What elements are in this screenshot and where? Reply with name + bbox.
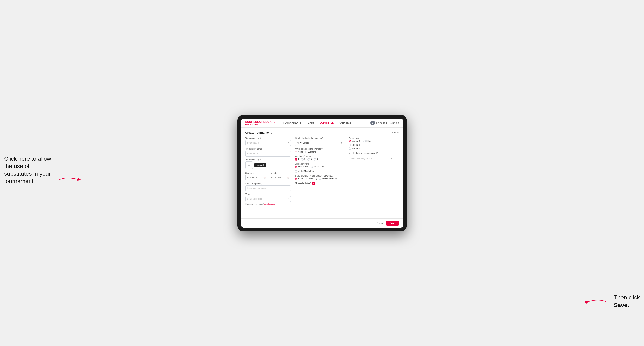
upload-button[interactable]: Upload bbox=[254, 163, 266, 167]
teams-radio[interactable] bbox=[295, 177, 297, 180]
division-select[interactable]: NCAA Division I bbox=[295, 140, 344, 146]
search-icon: ▼ bbox=[288, 142, 289, 144]
stroke-play[interactable]: Stroke Play bbox=[295, 166, 308, 168]
annotation-left: Click here to allow the use of substitut… bbox=[4, 155, 54, 185]
individuals-radio[interactable] bbox=[319, 177, 321, 180]
gender-radio-group: Mens Womens bbox=[295, 151, 344, 153]
rounds-4-radio[interactable] bbox=[314, 158, 316, 161]
medal-match-play[interactable]: Medal Match Play bbox=[295, 170, 314, 173]
sponsor-label: Sponsor (optional) bbox=[245, 182, 291, 185]
tournament-name-field: Tournament name bbox=[245, 148, 291, 157]
start-date-wrap: 📅 bbox=[245, 175, 267, 180]
dates-field: Start date 📅 End date 📅 bbox=[245, 171, 291, 180]
format-6count5[interactable]: 6 count 5 bbox=[348, 148, 394, 150]
email-support-link[interactable]: email support bbox=[264, 203, 276, 205]
format-6count4-radio[interactable] bbox=[348, 144, 351, 146]
nav-right: B blair admin | Sign out bbox=[370, 121, 399, 125]
nav-committee[interactable]: COMMITTEE bbox=[317, 119, 336, 128]
format-type-field: Format type 5 count 4 Other bbox=[348, 137, 394, 150]
format-5count4-radio[interactable] bbox=[348, 140, 351, 143]
scoring-radio-group: Stroke Play Match Play Medal Match Play bbox=[295, 166, 344, 173]
rounds-3[interactable]: 3 bbox=[308, 158, 312, 161]
division-field: Which division is the event for? NCAA Di… bbox=[295, 137, 344, 146]
gender-mens-radio[interactable] bbox=[295, 151, 297, 153]
tournament-host-field: Tournament Host ▼ bbox=[245, 137, 291, 146]
scoring-system-field: Scoring system Stroke Play Match Play bbox=[295, 163, 344, 173]
calendar-icon-end: 📅 bbox=[287, 176, 290, 178]
logo-powered: Powered by clippd bbox=[245, 123, 276, 125]
back-link[interactable]: < Back bbox=[392, 131, 399, 134]
format-type-label: Format type bbox=[348, 137, 394, 139]
scoring-api-select[interactable]: Select a scoring service bbox=[348, 156, 394, 162]
scoring-select-chevron: ▼ bbox=[391, 158, 392, 159]
logo-preview: 🖼 bbox=[245, 162, 253, 169]
format-5count4[interactable]: 5 count 4 bbox=[348, 140, 360, 143]
tournament-host-input[interactable] bbox=[245, 140, 291, 146]
event-type-radio-group: Teams (+Individuals) Individuals Only bbox=[295, 177, 344, 180]
form-col-2: Which division is the event for? NCAA Di… bbox=[295, 137, 344, 205]
rounds-3-radio[interactable] bbox=[308, 158, 310, 161]
dropdown-icon: ▼ bbox=[288, 198, 289, 200]
navbar: SCORESCOREBOARD Powered by clippd TOURNA… bbox=[241, 119, 403, 128]
logo-block: SCORESCOREBOARD Powered by clippd bbox=[245, 121, 276, 125]
event-type-label: Is this event for Teams and/or Individua… bbox=[295, 175, 344, 177]
gender-womens[interactable]: Womens bbox=[305, 151, 316, 153]
format-other[interactable]: Other bbox=[364, 140, 372, 143]
form-col-1: Tournament Host ▼ Tournament name Tourna… bbox=[245, 137, 291, 205]
format-other-radio[interactable] bbox=[364, 140, 366, 143]
nav-tournaments[interactable]: TOURNAMENTS bbox=[280, 119, 304, 128]
scoring-api-label: Use third-party live scoring API? bbox=[348, 152, 394, 154]
end-date-wrap: 📅 bbox=[269, 175, 291, 180]
rounds-1[interactable]: 1 bbox=[295, 158, 299, 161]
tournament-host-label: Tournament Host bbox=[245, 137, 291, 139]
tournament-logo-label: Tournament logo bbox=[245, 159, 291, 161]
gender-womens-radio[interactable] bbox=[305, 151, 308, 153]
rounds-2-radio[interactable] bbox=[301, 158, 304, 161]
bottom-bar: Cancel Save bbox=[241, 218, 403, 228]
cant-find-venue: Can't find your venue? email support bbox=[245, 203, 291, 205]
sponsor-input[interactable] bbox=[245, 185, 291, 191]
rounds-2[interactable]: 2 bbox=[301, 158, 306, 161]
arrow-right bbox=[586, 298, 607, 306]
cancel-button[interactable]: Cancel bbox=[377, 222, 384, 224]
save-button[interactable]: Save bbox=[386, 221, 399, 226]
tournament-name-input[interactable] bbox=[245, 151, 291, 157]
venue-input[interactable] bbox=[245, 196, 291, 202]
tablet-screen: SCORESCOREBOARD Powered by clippd TOURNA… bbox=[241, 119, 403, 228]
scoring-system-label: Scoring system bbox=[295, 163, 344, 165]
format-6count5-radio[interactable] bbox=[348, 148, 351, 150]
division-label: Which division is the event for? bbox=[295, 137, 344, 139]
nav-teams[interactable]: TEAMS bbox=[304, 119, 317, 128]
sign-out-link[interactable]: Sign out bbox=[390, 122, 399, 124]
event-type-field: Is this event for Teams and/or Individua… bbox=[295, 175, 344, 180]
form-col-3: Format type 5 count 4 Other bbox=[348, 137, 394, 205]
scoring-api-wrap: Select a scoring service ▼ bbox=[348, 156, 394, 162]
venue-field: Venue ▼ Can't find your venue? email sup… bbox=[245, 193, 291, 205]
rounds-field: Number of rounds 1 2 bbox=[295, 155, 344, 161]
individuals-only[interactable]: Individuals Only bbox=[319, 177, 336, 180]
gender-mens[interactable]: Mens bbox=[295, 151, 303, 153]
logo-scoreboard: SCORESCOREBOARD bbox=[245, 121, 276, 123]
allow-substitutes-field: Allow substitutes? ✓ bbox=[295, 182, 344, 185]
match-play-radio[interactable] bbox=[310, 166, 313, 168]
stroke-play-radio[interactable] bbox=[295, 166, 297, 168]
venue-label: Venue bbox=[245, 193, 291, 195]
gender-field: Which gender is the event for? Mens Wome… bbox=[295, 148, 344, 153]
medal-match-play-radio[interactable] bbox=[295, 170, 297, 173]
tournament-logo-field: Tournament logo 🖼 Upload bbox=[245, 159, 291, 169]
date-row: Start date 📅 End date 📅 bbox=[245, 171, 291, 180]
format-row-1: 5 count 4 Other bbox=[348, 140, 394, 143]
tournament-name-label: Tournament name bbox=[245, 148, 291, 150]
annotation-right: Then click Save. bbox=[614, 294, 640, 309]
format-6count4[interactable]: 6 count 4 bbox=[348, 144, 394, 146]
page-header: Create Tournament < Back bbox=[245, 131, 399, 134]
rounds-4[interactable]: 4 bbox=[314, 158, 318, 161]
user-name: blair admin bbox=[376, 122, 387, 124]
allow-substitutes-checkbox[interactable]: ✓ bbox=[312, 182, 315, 185]
scoring-api-field: Use third-party live scoring API? Select… bbox=[348, 152, 394, 162]
teams-individuals[interactable]: Teams (+Individuals) bbox=[295, 177, 317, 180]
format-options: 5 count 4 Other 6 count 4 bbox=[348, 140, 394, 150]
nav-rankings[interactable]: RANKINGS bbox=[336, 119, 354, 128]
rounds-1-radio[interactable] bbox=[295, 158, 297, 161]
match-play[interactable]: Match Play bbox=[310, 166, 324, 168]
